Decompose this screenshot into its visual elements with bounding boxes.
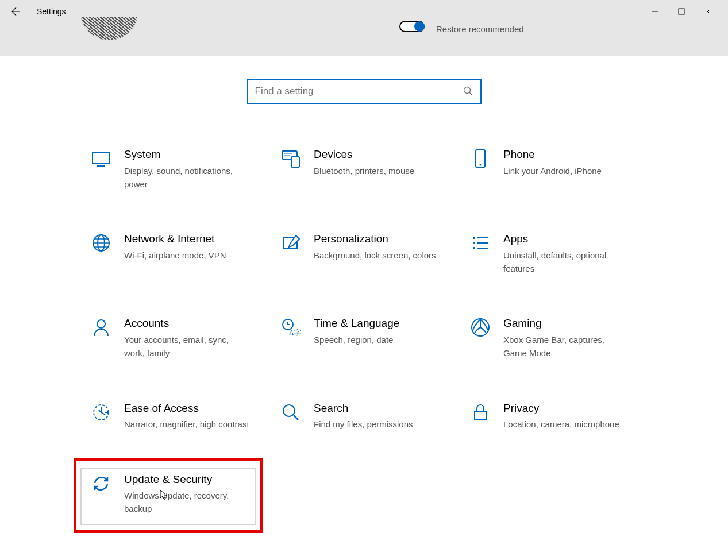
tile-network[interactable]: Network & Internet Wi-Fi, airplane mode,… bbox=[86, 229, 276, 279]
ease-of-access-icon bbox=[90, 401, 113, 424]
window-title: Settings bbox=[37, 7, 66, 16]
update-security-icon bbox=[90, 473, 113, 496]
tile-system[interactable]: System Display, sound, notifications, po… bbox=[86, 144, 276, 194]
search-box[interactable] bbox=[247, 79, 482, 104]
tile-title: Network & Internet bbox=[124, 232, 226, 246]
svg-point-6 bbox=[480, 164, 482, 166]
tile-ease-of-access[interactable]: Ease of Access Narrator, magnifier, high… bbox=[86, 398, 276, 435]
svg-point-18 bbox=[283, 405, 295, 416]
tile-desc: Background, lock screen, colors bbox=[314, 249, 436, 262]
tile-desc: Display, sound, notifications, power bbox=[124, 164, 251, 191]
tile-desc: Link your Android, iPhone bbox=[503, 164, 602, 177]
tile-search[interactable]: Search Find my files, permissions bbox=[276, 398, 465, 435]
maximize-icon bbox=[678, 8, 685, 15]
search-input[interactable] bbox=[255, 86, 463, 97]
maximize-button[interactable] bbox=[668, 2, 695, 21]
tile-desc: Narrator, magnifier, high contrast bbox=[124, 418, 249, 431]
minimize-icon bbox=[652, 8, 658, 15]
tile-privacy[interactable]: Privacy Location, camera, microphone bbox=[465, 398, 655, 435]
tile-desc: Windows Update, recovery, backup bbox=[124, 489, 251, 516]
tile-title: Personalization bbox=[314, 232, 436, 246]
tile-desc: Bluetooth, printers, mouse bbox=[314, 164, 414, 177]
svg-rect-11 bbox=[473, 242, 475, 244]
svg-point-1 bbox=[464, 87, 470, 94]
restore-toggle-label: Restore recommended bbox=[436, 23, 524, 35]
tile-title: Accounts bbox=[124, 316, 251, 331]
network-icon bbox=[90, 232, 113, 255]
personalization-icon bbox=[279, 232, 302, 255]
close-icon bbox=[704, 8, 711, 15]
phone-icon bbox=[469, 148, 492, 171]
back-button[interactable] bbox=[7, 2, 25, 21]
tile-devices[interactable]: Devices Bluetooth, printers, mouse bbox=[276, 144, 465, 194]
tile-desc: Location, camera, microphone bbox=[503, 418, 619, 431]
svg-rect-12 bbox=[473, 247, 475, 249]
search-tile-icon bbox=[279, 401, 302, 424]
tile-title: Ease of Access bbox=[124, 401, 249, 416]
svg-rect-10 bbox=[473, 237, 475, 239]
tile-desc: Find my files, permissions bbox=[314, 418, 413, 431]
tile-desc: Speech, region, date bbox=[314, 333, 399, 346]
minimize-button[interactable] bbox=[642, 2, 668, 21]
search-icon bbox=[463, 86, 473, 96]
accounts-icon bbox=[90, 316, 113, 339]
tile-title: System bbox=[124, 148, 251, 162]
svg-point-13 bbox=[97, 320, 105, 328]
close-button[interactable] bbox=[695, 2, 721, 21]
restore-toggle[interactable] bbox=[399, 21, 425, 32]
tile-desc: Wi-Fi, airplane mode, VPN bbox=[124, 249, 226, 262]
tile-title: Apps bbox=[503, 232, 630, 246]
system-icon bbox=[90, 148, 113, 171]
back-arrow-icon bbox=[11, 7, 21, 16]
tile-personalization[interactable]: Personalization Background, lock screen,… bbox=[276, 229, 465, 279]
tile-desc: Xbox Game Bar, captures, Game Mode bbox=[503, 333, 630, 360]
gaming-icon bbox=[469, 316, 492, 339]
privacy-icon bbox=[469, 401, 492, 424]
svg-rect-19 bbox=[475, 411, 486, 420]
settings-grid: System Display, sound, notifications, po… bbox=[0, 104, 728, 519]
svg-rect-4 bbox=[291, 157, 299, 167]
tile-title: Gaming bbox=[503, 316, 630, 331]
tile-desc: Uninstall, defaults, optional features bbox=[503, 249, 630, 276]
tile-desc: Your accounts, email, sync, work, family bbox=[124, 333, 251, 360]
devices-icon bbox=[279, 148, 302, 171]
svg-rect-2 bbox=[93, 152, 110, 164]
tile-update-security[interactable]: Update & Security Windows Update, recove… bbox=[86, 469, 276, 519]
tile-title: Devices bbox=[314, 148, 414, 162]
svg-rect-0 bbox=[679, 9, 684, 14]
header-banner: Restore recommended bbox=[0, 23, 728, 56]
tile-title: Time & Language bbox=[314, 316, 399, 331]
apps-icon bbox=[469, 232, 492, 255]
tile-title: Phone bbox=[503, 148, 602, 162]
tile-gaming[interactable]: Gaming Xbox Game Bar, captures, Game Mod… bbox=[465, 313, 655, 363]
avatar bbox=[80, 17, 138, 40]
tile-phone[interactable]: Phone Link your Android, iPhone bbox=[465, 144, 655, 194]
tile-title: Update & Security bbox=[124, 473, 251, 487]
svg-text:A字: A字 bbox=[289, 329, 301, 337]
tile-apps[interactable]: Apps Uninstall, defaults, optional featu… bbox=[465, 229, 655, 279]
tile-time[interactable]: A字 Time & Language Speech, region, date bbox=[276, 313, 465, 363]
tile-title: Privacy bbox=[503, 401, 619, 416]
tile-title: Search bbox=[314, 401, 413, 416]
time-language-icon: A字 bbox=[279, 316, 302, 339]
tile-accounts[interactable]: Accounts Your accounts, email, sync, wor… bbox=[86, 313, 276, 363]
